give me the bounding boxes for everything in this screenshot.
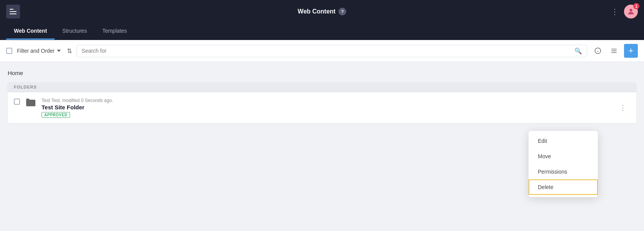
context-menu: Edit Move Permissions Delete xyxy=(529,131,598,197)
folder-more-options-button[interactable]: ⋮ xyxy=(616,102,630,114)
avatar[interactable]: 1 xyxy=(624,5,638,18)
folder-name: Test Site Folder xyxy=(42,104,616,110)
info-icon-button[interactable] xyxy=(592,45,604,57)
app-title: Web Content xyxy=(298,8,335,15)
context-menu-permissions[interactable]: Permissions xyxy=(529,164,598,179)
select-all-checkbox-wrapper[interactable] xyxy=(6,48,12,54)
status-badge: APPROVED xyxy=(42,112,70,118)
table-row: Test Test, modified 0 Seconds ago. Test … xyxy=(8,92,636,123)
search-bar: 🔍 xyxy=(77,45,587,57)
more-options-icon[interactable]: ⋮ xyxy=(611,7,619,16)
tab-templates[interactable]: Templates xyxy=(95,23,135,40)
top-bar-actions: ⋮ 1 xyxy=(611,5,638,18)
help-icon[interactable]: ? xyxy=(339,8,346,15)
context-menu-edit[interactable]: Edit xyxy=(529,133,598,149)
context-menu-delete[interactable]: Delete xyxy=(529,179,598,195)
chevron-down-icon xyxy=(57,50,61,52)
select-all-checkbox[interactable] xyxy=(6,48,12,54)
user-icon xyxy=(627,7,635,16)
tab-structures[interactable]: Structures xyxy=(55,23,95,40)
context-menu-move[interactable]: Move xyxy=(529,149,598,164)
folders-section: FOLDERS Test Test, modified 0 Seconds ag… xyxy=(8,82,636,123)
sort-icon[interactable]: ⇅ xyxy=(67,47,72,55)
folder-checkbox[interactable] xyxy=(14,99,20,105)
filter-order-button[interactable]: Filter and Order xyxy=(17,48,61,54)
svg-point-0 xyxy=(629,9,632,12)
breadcrumb: Home xyxy=(8,70,636,76)
top-bar: Web Content ? ⋮ 1 xyxy=(0,0,644,23)
add-button[interactable]: + xyxy=(624,44,638,58)
folder-icon xyxy=(25,98,36,109)
search-input[interactable] xyxy=(82,48,574,54)
list-view-icon-button[interactable] xyxy=(608,45,620,57)
tab-web-content[interactable]: Web Content xyxy=(6,23,55,40)
folder-info: Test Test, modified 0 Seconds ago. Test … xyxy=(42,98,616,118)
app-title-area: Web Content ? xyxy=(298,8,346,15)
notification-badge: 1 xyxy=(633,3,639,9)
sidebar-toggle-button[interactable] xyxy=(6,5,20,18)
folder-meta: Test Test, modified 0 Seconds ago. xyxy=(42,98,616,103)
search-icon: 🔍 xyxy=(574,47,582,55)
toolbar-actions: + xyxy=(592,44,638,58)
toolbar: Filter and Order ⇅ 🔍 + xyxy=(0,40,644,62)
tab-navigation: Web Content Structures Templates xyxy=(0,23,644,40)
folders-section-label: FOLDERS xyxy=(8,82,636,92)
